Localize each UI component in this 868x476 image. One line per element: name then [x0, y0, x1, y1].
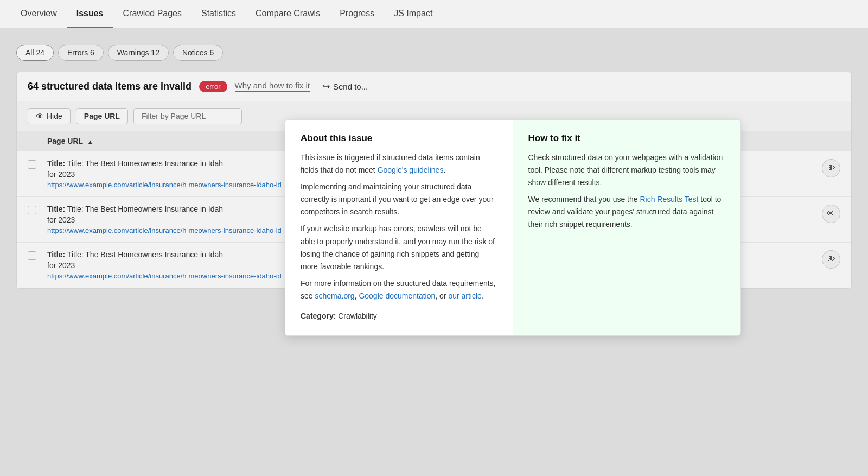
tooltip-about-text: This issue is triggered if structured da…: [301, 151, 497, 297]
schema-org-link[interactable]: schema.org: [315, 291, 354, 297]
tooltip-fix-text: Check structured data on your webpages w…: [528, 151, 725, 231]
tooltip-left-panel: About this issue This issue is triggered…: [285, 120, 513, 297]
tooltip-about-title: About this issue: [301, 133, 497, 144]
tooltip-fix-title: How to fix it: [528, 133, 725, 144]
tooltip-right-panel: How to fix it Check structured data on y…: [513, 120, 741, 297]
our-article-link[interactable]: our article: [448, 291, 481, 297]
rich-results-link[interactable]: Rich Results Test: [640, 195, 698, 204]
tooltip-popup: About this issue This issue is triggered…: [285, 119, 741, 297]
google-doc-link[interactable]: Google documentation: [359, 291, 435, 297]
googles-guidelines-link[interactable]: Google's guidelines: [378, 166, 444, 174]
